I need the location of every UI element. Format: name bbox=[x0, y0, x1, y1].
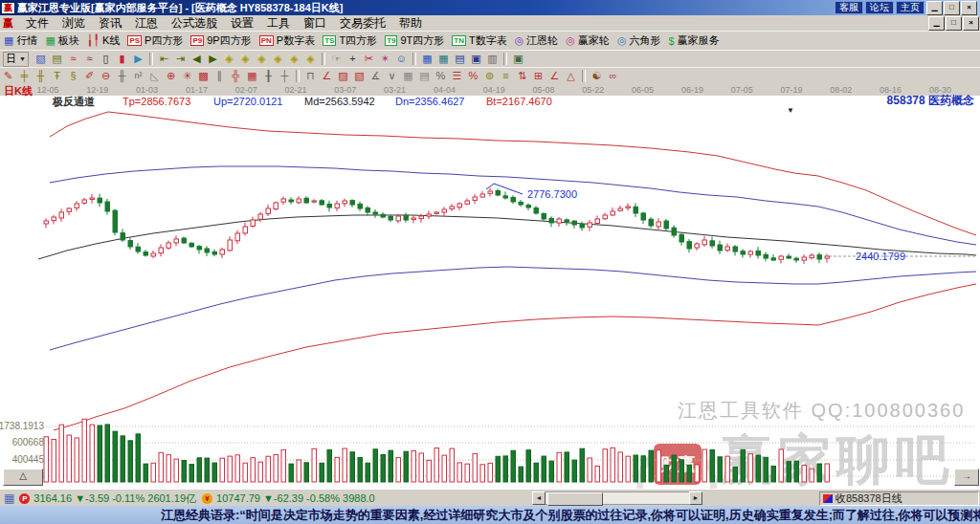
menu-文件[interactable]: 文件 bbox=[19, 15, 56, 32]
triangle-tool-icon[interactable]: △ bbox=[563, 69, 579, 83]
gann-wheel-button[interactable]: ◎江恩轮 bbox=[515, 33, 559, 48]
calculator-icon[interactable]: ▦ bbox=[435, 52, 452, 66]
sectors-button[interactable]: ▦板块 bbox=[45, 33, 78, 48]
kline-canvas[interactable]: 极反通道Tp=2856.7673Up=2720.0121Md=2563.5942… bbox=[0, 84, 980, 489]
scroll-left-arrow-icon[interactable]: ◄ bbox=[532, 491, 546, 505]
marker-icon[interactable]: ✶ bbox=[377, 52, 393, 66]
scroll-right-arrow-icon[interactable]: ► bbox=[689, 491, 702, 505]
gold-ring-tool-icon[interactable]: ⊜ bbox=[481, 69, 498, 83]
menu-公式选股[interactable]: 公式选股 bbox=[165, 15, 224, 32]
mdi-restore-button[interactable]: □ bbox=[946, 16, 962, 31]
yinyang-tool-icon[interactable]: ☯ bbox=[589, 69, 605, 83]
face-icon[interactable]: ☺ bbox=[393, 52, 410, 66]
lines-tool-icon[interactable]: ▤ bbox=[416, 69, 433, 83]
box-plus-tool-icon[interactable]: ⊞ bbox=[530, 69, 546, 83]
circle-plus-tool-icon[interactable]: ⊕ bbox=[163, 69, 179, 83]
scrollbar-thumb[interactable] bbox=[547, 492, 603, 506]
shade2-tool-icon[interactable]: ▧ bbox=[351, 69, 368, 83]
zoom-all-icon[interactable]: ◈ bbox=[221, 52, 237, 66]
horizontal-scrollbar[interactable]: ◄ ► bbox=[532, 491, 702, 505]
percent-red-tool-icon[interactable]: % bbox=[465, 69, 481, 83]
reset-view-icon[interactable]: ◈ bbox=[302, 52, 319, 66]
calendar-icon[interactable]: ▦ bbox=[419, 52, 435, 66]
titlebar-link-2[interactable]: 论坛 bbox=[865, 1, 894, 14]
tbar-tool-icon[interactable]: Ŧ bbox=[49, 69, 65, 83]
shade1-tool-icon[interactable]: ▨ bbox=[335, 69, 351, 83]
star-tool-icon[interactable]: ✳ bbox=[179, 69, 195, 83]
grid3-tool-icon[interactable]: ▦ bbox=[400, 69, 416, 83]
rail-tool-icon[interactable]: ╂ bbox=[260, 69, 277, 83]
cross-tool-icon[interactable]: ┼ bbox=[277, 69, 293, 83]
angle2-tool-icon[interactable]: ∡ bbox=[368, 69, 384, 83]
menu-资讯[interactable]: 资讯 bbox=[92, 15, 128, 32]
kline-red-icon[interactable]: ▮ bbox=[114, 52, 130, 66]
menu-工具[interactable]: 工具 bbox=[260, 15, 297, 32]
window-close-button[interactable]: × bbox=[961, 1, 977, 15]
flag-icon[interactable]: ▶ bbox=[130, 52, 146, 66]
next-bar-icon[interactable]: ▶ bbox=[205, 52, 221, 66]
trend-dark-icon[interactable]: ≈ bbox=[81, 52, 98, 66]
bands-tool-icon[interactable]: ≡ bbox=[498, 69, 514, 83]
scrollbar-track[interactable] bbox=[546, 491, 689, 505]
crosshair-icon[interactable]: + bbox=[345, 52, 361, 66]
p9-square-button[interactable]: P99P四方形 bbox=[190, 33, 251, 48]
menu-窗口[interactable]: 窗口 bbox=[297, 15, 333, 32]
zoom-out-icon[interactable]: ◈ bbox=[254, 52, 270, 66]
last-bar-icon[interactable]: ⇥ bbox=[172, 52, 189, 66]
quotes-button[interactable]: ▦行情 bbox=[4, 33, 37, 48]
fan-tool-icon[interactable]: ∠ bbox=[319, 69, 335, 83]
winner-service-button[interactable]: $赢家服务 bbox=[669, 33, 720, 48]
trend-red-icon[interactable]: ≈ bbox=[65, 52, 81, 66]
menu-浏览[interactable]: 浏览 bbox=[56, 15, 92, 32]
t-square-button[interactable]: TST四方形 bbox=[323, 33, 377, 48]
info-panel-icon[interactable]: ▤ bbox=[49, 52, 65, 66]
window-minimize-button[interactable]: ▁ bbox=[926, 1, 943, 15]
hexagon-button[interactable]: ◎六角形 bbox=[617, 33, 661, 48]
menu-江恩[interactable]: 江恩 bbox=[128, 15, 165, 32]
candle-style-icon[interactable]: ▯ bbox=[98, 52, 114, 66]
export-icon[interactable]: ▣ bbox=[510, 52, 526, 66]
circle-minus-tool-icon[interactable]: ⊖ bbox=[98, 69, 114, 83]
menu-帮助[interactable]: 帮助 bbox=[392, 15, 429, 32]
mdi-close-button[interactable]: × bbox=[963, 16, 979, 31]
mdi-minimize-button[interactable]: ▁ bbox=[928, 16, 945, 31]
chart-area[interactable]: 日K线 12-0512-1901-0301-1702-0702-2103-070… bbox=[0, 84, 980, 489]
p-number-button[interactable]: PNP数字表 bbox=[259, 33, 315, 48]
menu-设置[interactable]: 设置 bbox=[224, 15, 260, 32]
pencil-tool-icon[interactable]: ✎ bbox=[0, 69, 16, 83]
pen2-tool-icon[interactable]: ✐ bbox=[81, 69, 98, 83]
notebook-icon[interactable]: ▤ bbox=[452, 52, 468, 66]
comb-tool-icon[interactable]: ╫ bbox=[114, 69, 130, 83]
titlebar-link-1[interactable]: 客服 bbox=[835, 1, 863, 14]
p-square-button[interactable]: PSP四方形 bbox=[127, 33, 183, 48]
kline-button[interactable]: ╽╿K线 bbox=[87, 33, 121, 48]
updown-tool-icon[interactable]: ⇅ bbox=[514, 69, 530, 83]
levels-tool-icon[interactable]: ☰ bbox=[449, 69, 465, 83]
pan-right-icon[interactable]: ◈ bbox=[286, 52, 302, 66]
titlebar-link-3[interactable]: 主页 bbox=[896, 1, 924, 14]
bracket-tool-icon[interactable]: ⊓ bbox=[302, 69, 319, 83]
angle-wedge-tool-icon[interactable]: ◺ bbox=[146, 69, 163, 83]
collapse-volume-button[interactable]: △ bbox=[3, 469, 43, 486]
cross-grid-tool-icon[interactable]: ╬ bbox=[228, 69, 244, 83]
save-icon[interactable]: ▣ bbox=[468, 52, 484, 66]
hatch-tool-icon[interactable]: ▩ bbox=[195, 69, 212, 83]
pan-left-icon[interactable]: ◈ bbox=[270, 52, 286, 66]
layout-icon[interactable]: ▧ bbox=[33, 52, 49, 66]
dense-grid-tool-icon[interactable]: ▦ bbox=[244, 69, 260, 83]
first-bar-icon[interactable]: ⇤ bbox=[156, 52, 172, 66]
n2-tool-icon[interactable]: n² bbox=[130, 69, 146, 83]
slope-tool-icon[interactable]: ∠ bbox=[546, 69, 563, 83]
grid-tool-1-icon[interactable]: ╪ bbox=[16, 69, 33, 83]
period-selector[interactable]: 日 ▼ bbox=[3, 52, 29, 67]
scroll-right-button[interactable]: → bbox=[954, 469, 979, 486]
percent-tool-icon[interactable]: % bbox=[433, 69, 449, 83]
vee-tool-icon[interactable]: ∨ bbox=[384, 69, 400, 83]
window-restore-button[interactable]: □ bbox=[944, 1, 960, 15]
menu-交易委托[interactable]: 交易委托 bbox=[333, 15, 392, 32]
zoom-in-icon[interactable]: ◈ bbox=[237, 52, 254, 66]
s-tool-icon[interactable]: § bbox=[65, 69, 81, 83]
hand-icon[interactable]: ☞ bbox=[328, 52, 345, 66]
cut-icon[interactable]: ✂ bbox=[361, 52, 377, 66]
prev-bar-icon[interactable]: ◀ bbox=[189, 52, 205, 66]
